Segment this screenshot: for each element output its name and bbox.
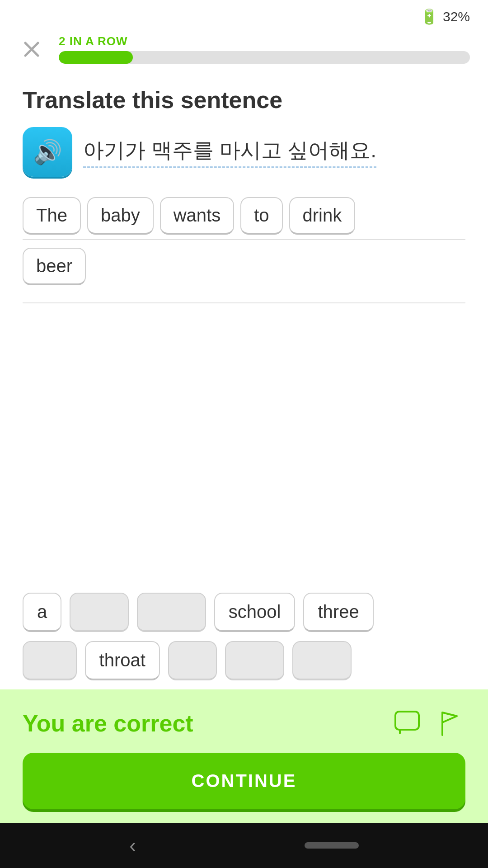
- answer-chip-the[interactable]: The: [23, 197, 81, 235]
- bank-chip-empty-6: [292, 641, 352, 680]
- nav-bar: ‹: [0, 823, 488, 868]
- progress-bar-background: [59, 51, 470, 64]
- progress-bar-fill: [59, 51, 133, 64]
- home-pill[interactable]: [305, 842, 359, 849]
- bank-chip-throat[interactable]: throat: [85, 641, 160, 680]
- correct-top-row: You are correct: [23, 708, 465, 739]
- header-row: 2 IN A ROW: [0, 30, 488, 73]
- bank-chip-empty-2: [137, 593, 206, 632]
- sentence-row: 🔊 아기가 맥주를 마시고 싶어해요.: [23, 127, 465, 177]
- comment-button[interactable]: [391, 708, 423, 739]
- korean-sentence: 아기가 맥주를 마시고 싶어해요.: [83, 137, 376, 168]
- bank-chip-empty-1: [70, 593, 129, 632]
- bank-chip-a[interactable]: a: [23, 593, 61, 632]
- close-icon: [22, 39, 42, 59]
- bank-chip-empty-3: [23, 641, 77, 680]
- flag-icon: [436, 710, 463, 737]
- correct-label: You are correct: [23, 710, 193, 737]
- answer-chip-wants[interactable]: wants: [160, 197, 235, 235]
- bank-chip-school[interactable]: school: [214, 593, 296, 632]
- svg-rect-2: [395, 712, 419, 730]
- battery-text: 32%: [443, 9, 470, 24]
- answer-line-2: beer: [23, 240, 465, 290]
- back-button[interactable]: ‹: [129, 834, 136, 857]
- answer-chip-to[interactable]: to: [240, 197, 282, 235]
- speaker-button[interactable]: 🔊: [23, 127, 72, 177]
- streak-label: 2 IN A ROW: [59, 34, 470, 48]
- comment-icon: [394, 710, 421, 737]
- status-bar: 🔋 32%: [0, 0, 488, 30]
- bank-chip-empty-5: [225, 641, 284, 680]
- correct-icons: [391, 708, 465, 739]
- answer-chip-drink[interactable]: drink: [289, 197, 356, 235]
- close-button[interactable]: [18, 36, 45, 63]
- answer-line-1: The baby wants to drink: [23, 190, 465, 240]
- instruction-title: Translate this sentence: [23, 86, 465, 113]
- continue-button[interactable]: CONTINUE: [23, 753, 465, 809]
- streak-container: 2 IN A ROW: [59, 34, 470, 64]
- word-bank-row-1: a school three: [23, 593, 465, 632]
- main-content: Translate this sentence 🔊 아기가 맥주를 마시고 싶어…: [0, 73, 488, 584]
- flag-button[interactable]: [434, 708, 465, 739]
- answer-chip-beer[interactable]: beer: [23, 248, 86, 285]
- word-bank: a school three throat: [0, 584, 488, 689]
- battery-icon: 🔋: [420, 8, 438, 25]
- speaker-icon: 🔊: [33, 138, 62, 166]
- answer-area: The baby wants to drink beer: [23, 190, 465, 303]
- bank-chip-empty-4: [168, 641, 217, 680]
- word-bank-row-2: throat: [23, 641, 465, 680]
- correct-banner: You are correct CONTINUE: [0, 689, 488, 823]
- bank-chip-three[interactable]: three: [303, 593, 373, 632]
- answer-chip-baby[interactable]: baby: [87, 197, 154, 235]
